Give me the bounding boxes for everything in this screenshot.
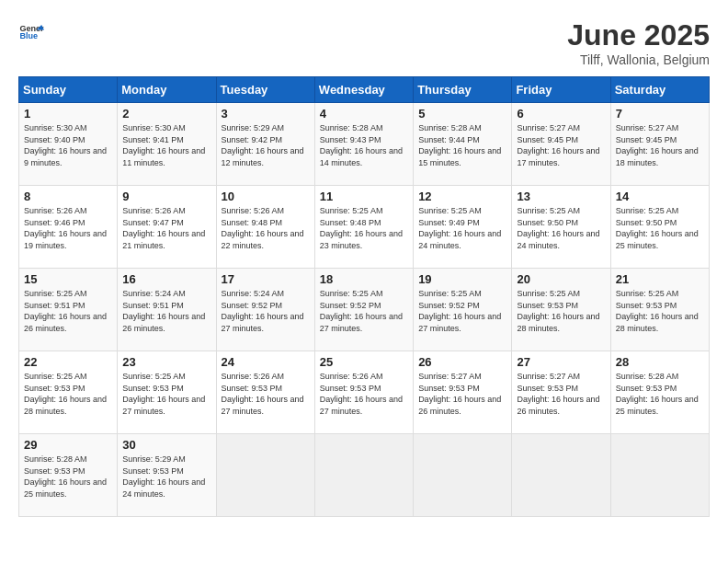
table-row: 10 Sunrise: 5:26 AM Sunset: 9:48 PM Dayl… — [216, 186, 314, 269]
day-number: 12 — [418, 190, 506, 203]
table-row: 18 Sunrise: 5:25 AM Sunset: 9:52 PM Dayl… — [314, 269, 413, 351]
day-info: Sunrise: 5:28 AM Sunset: 9:44 PM Dayligh… — [418, 122, 506, 168]
calendar-week-row: 1 Sunrise: 5:30 AM Sunset: 9:40 PM Dayli… — [19, 103, 710, 186]
day-number: 28 — [616, 355, 704, 369]
day-info: Sunrise: 5:26 AM Sunset: 9:53 PM Dayligh… — [320, 371, 408, 417]
table-row: 5 Sunrise: 5:28 AM Sunset: 9:44 PM Dayli… — [414, 103, 512, 186]
table-row: 26 Sunrise: 5:27 AM Sunset: 9:53 PM Dayl… — [414, 351, 512, 434]
day-info: Sunrise: 5:28 AM Sunset: 9:53 PM Dayligh… — [24, 454, 112, 500]
calendar-header: Sunday Monday Tuesday Wednesday Thursday… — [19, 77, 710, 103]
table-row — [314, 434, 413, 517]
table-row: 22 Sunrise: 5:25 AM Sunset: 9:53 PM Dayl… — [19, 351, 118, 434]
table-row: 13 Sunrise: 5:25 AM Sunset: 9:50 PM Dayl… — [512, 186, 610, 269]
day-number: 13 — [517, 190, 605, 203]
day-info: Sunrise: 5:26 AM Sunset: 9:47 PM Dayligh… — [122, 205, 210, 251]
day-info: Sunrise: 5:26 AM Sunset: 9:46 PM Dayligh… — [24, 205, 112, 251]
weekday-row: Sunday Monday Tuesday Wednesday Thursday… — [19, 77, 710, 103]
table-row: 23 Sunrise: 5:25 AM Sunset: 9:53 PM Dayl… — [118, 351, 216, 434]
table-row: 24 Sunrise: 5:26 AM Sunset: 9:53 PM Dayl… — [216, 351, 314, 434]
day-number: 17 — [222, 272, 310, 286]
table-row: 30 Sunrise: 5:29 AM Sunset: 9:53 PM Dayl… — [118, 434, 216, 517]
header-thursday: Thursday — [414, 77, 512, 103]
day-info: Sunrise: 5:29 AM Sunset: 9:42 PM Dayligh… — [222, 122, 310, 168]
calendar-subtitle: Tilff, Wallonia, Belgium — [567, 52, 710, 67]
header-sunday: Sunday — [19, 77, 118, 103]
svg-text:Blue: Blue — [19, 31, 38, 40]
day-number: 2 — [122, 107, 210, 121]
day-info: Sunrise: 5:25 AM Sunset: 9:52 PM Dayligh… — [418, 288, 506, 334]
table-row: 19 Sunrise: 5:25 AM Sunset: 9:52 PM Dayl… — [414, 269, 512, 351]
header-saturday: Saturday — [610, 77, 709, 103]
header-wednesday: Wednesday — [314, 77, 413, 103]
day-number: 7 — [616, 107, 704, 121]
day-number: 5 — [418, 107, 506, 121]
day-number: 14 — [616, 190, 704, 203]
table-row: 12 Sunrise: 5:25 AM Sunset: 9:49 PM Dayl… — [414, 186, 512, 269]
header-tuesday: Tuesday — [216, 77, 314, 103]
table-row: 27 Sunrise: 5:27 AM Sunset: 9:53 PM Dayl… — [512, 351, 610, 434]
day-number: 24 — [222, 355, 310, 369]
table-row: 21 Sunrise: 5:25 AM Sunset: 9:53 PM Dayl… — [610, 269, 709, 351]
calendar-week-row: 8 Sunrise: 5:26 AM Sunset: 9:46 PM Dayli… — [19, 186, 710, 269]
header: General Blue June 2025 Tilff, Wallonia, … — [18, 18, 710, 67]
day-info: Sunrise: 5:26 AM Sunset: 9:48 PM Dayligh… — [222, 205, 310, 251]
logo: General Blue — [18, 18, 44, 44]
day-number: 4 — [320, 107, 408, 121]
day-number: 3 — [222, 107, 310, 121]
day-info: Sunrise: 5:25 AM Sunset: 9:50 PM Dayligh… — [517, 205, 605, 251]
table-row: 14 Sunrise: 5:25 AM Sunset: 9:50 PM Dayl… — [610, 186, 709, 269]
table-row: 29 Sunrise: 5:28 AM Sunset: 9:53 PM Dayl… — [19, 434, 118, 517]
day-number: 9 — [122, 190, 210, 203]
day-info: Sunrise: 5:28 AM Sunset: 9:43 PM Dayligh… — [320, 122, 408, 168]
day-number: 18 — [320, 272, 408, 286]
calendar-table: Sunday Monday Tuesday Wednesday Thursday… — [18, 76, 710, 517]
day-number: 21 — [616, 272, 704, 286]
day-info: Sunrise: 5:25 AM Sunset: 9:53 PM Dayligh… — [517, 288, 605, 334]
day-number: 8 — [24, 190, 112, 203]
day-number: 11 — [320, 190, 408, 203]
day-number: 6 — [517, 107, 605, 121]
day-info: Sunrise: 5:27 AM Sunset: 9:53 PM Dayligh… — [418, 371, 506, 417]
day-number: 15 — [24, 272, 112, 286]
logo-icon: General Blue — [18, 18, 44, 44]
table-row: 4 Sunrise: 5:28 AM Sunset: 9:43 PM Dayli… — [314, 103, 413, 186]
table-row: 2 Sunrise: 5:30 AM Sunset: 9:41 PM Dayli… — [118, 103, 216, 186]
table-row: 17 Sunrise: 5:24 AM Sunset: 9:52 PM Dayl… — [216, 269, 314, 351]
table-row — [216, 434, 314, 517]
day-info: Sunrise: 5:25 AM Sunset: 9:49 PM Dayligh… — [418, 205, 506, 251]
day-info: Sunrise: 5:24 AM Sunset: 9:52 PM Dayligh… — [222, 288, 310, 334]
calendar-week-row: 15 Sunrise: 5:25 AM Sunset: 9:51 PM Dayl… — [19, 269, 710, 351]
day-number: 26 — [418, 355, 506, 369]
day-info: Sunrise: 5:27 AM Sunset: 9:45 PM Dayligh… — [517, 122, 605, 168]
day-number: 29 — [24, 438, 112, 452]
table-row: 15 Sunrise: 5:25 AM Sunset: 9:51 PM Dayl… — [19, 269, 118, 351]
day-number: 27 — [517, 355, 605, 369]
day-info: Sunrise: 5:30 AM Sunset: 9:40 PM Dayligh… — [24, 122, 112, 168]
table-row: 20 Sunrise: 5:25 AM Sunset: 9:53 PM Dayl… — [512, 269, 610, 351]
table-row: 6 Sunrise: 5:27 AM Sunset: 9:45 PM Dayli… — [512, 103, 610, 186]
title-area: June 2025 Tilff, Wallonia, Belgium — [567, 18, 710, 67]
day-info: Sunrise: 5:30 AM Sunset: 9:41 PM Dayligh… — [122, 122, 210, 168]
day-info: Sunrise: 5:25 AM Sunset: 9:53 PM Dayligh… — [24, 371, 112, 417]
day-info: Sunrise: 5:27 AM Sunset: 9:53 PM Dayligh… — [517, 371, 605, 417]
header-monday: Monday — [118, 77, 216, 103]
day-number: 10 — [222, 190, 310, 203]
table-row — [512, 434, 610, 517]
day-info: Sunrise: 5:25 AM Sunset: 9:48 PM Dayligh… — [320, 205, 408, 251]
table-row: 16 Sunrise: 5:24 AM Sunset: 9:51 PM Dayl… — [118, 269, 216, 351]
day-info: Sunrise: 5:28 AM Sunset: 9:53 PM Dayligh… — [616, 371, 704, 417]
table-row: 1 Sunrise: 5:30 AM Sunset: 9:40 PM Dayli… — [19, 103, 118, 186]
day-info: Sunrise: 5:24 AM Sunset: 9:51 PM Dayligh… — [122, 288, 210, 334]
table-row: 3 Sunrise: 5:29 AM Sunset: 9:42 PM Dayli… — [216, 103, 314, 186]
table-row: 7 Sunrise: 5:27 AM Sunset: 9:45 PM Dayli… — [610, 103, 709, 186]
day-info: Sunrise: 5:25 AM Sunset: 9:52 PM Dayligh… — [320, 288, 408, 334]
table-row: 8 Sunrise: 5:26 AM Sunset: 9:46 PM Dayli… — [19, 186, 118, 269]
table-row — [414, 434, 512, 517]
day-number: 16 — [122, 272, 210, 286]
calendar-week-row: 29 Sunrise: 5:28 AM Sunset: 9:53 PM Dayl… — [19, 434, 710, 517]
day-number: 25 — [320, 355, 408, 369]
calendar-body: 1 Sunrise: 5:30 AM Sunset: 9:40 PM Dayli… — [19, 103, 710, 517]
day-info: Sunrise: 5:25 AM Sunset: 9:50 PM Dayligh… — [616, 205, 704, 251]
table-row: 25 Sunrise: 5:26 AM Sunset: 9:53 PM Dayl… — [314, 351, 413, 434]
day-info: Sunrise: 5:27 AM Sunset: 9:45 PM Dayligh… — [616, 122, 704, 168]
